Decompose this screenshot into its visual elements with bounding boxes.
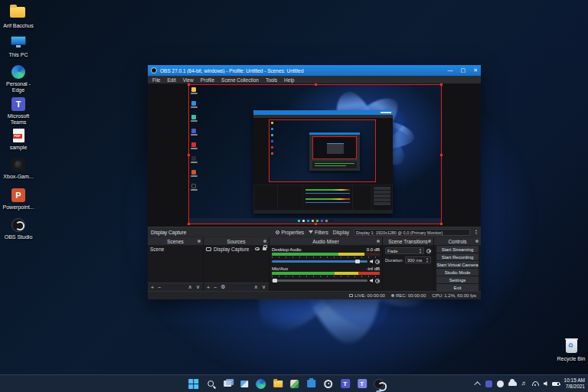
display-capture-source[interactable] [188,84,442,224]
menu-scene-collection[interactable]: Scene Collection [221,77,259,83]
taskbar-photos[interactable] [289,378,300,390]
menu-view[interactable]: View [183,77,194,83]
preview-canvas[interactable] [148,83,481,227]
source-down-button[interactable]: ∨ [262,284,266,290]
lock-icon[interactable] [263,247,266,250]
menu-tools[interactable]: Tools [266,77,277,83]
photos-icon [290,380,299,388]
pin-icon[interactable] [475,240,479,243]
minimize-button[interactable]: — [448,65,453,76]
mixer-channel-desktop-audio: Desktop Audio 0.0 dB [272,247,380,264]
wifi-icon[interactable] [532,381,539,386]
scene-list-item[interactable]: Scene [148,245,203,253]
tray-teams-icon[interactable] [485,381,492,387]
source-list-item[interactable]: Display Capture [204,245,269,253]
tray-app-icon[interactable] [497,381,504,387]
volume-meter [272,253,380,256]
speaker-icon[interactable] [370,279,373,283]
desktop-icon-this-pc[interactable]: This PC [1,34,36,58]
widgets-icon [240,381,248,387]
taskbar-obs[interactable] [373,378,384,390]
desktop-icon-pdf[interactable]: PDF sample [1,128,36,151]
taskbar-file-explorer[interactable] [272,378,283,390]
channel-settings-icon[interactable] [375,279,380,283]
mic-icon[interactable]: ♬ [521,380,528,387]
channel-db: -inf dB [367,266,380,271]
display-select[interactable]: Display 1: 1920x1280 @ 0,0 (Primary Moni… [354,229,470,236]
desktop-icon-obs[interactable]: OBS Studio [1,217,36,240]
properties-button[interactable]: Properties [276,230,304,235]
captured-preview [269,119,376,182]
volume-icon[interactable] [544,381,547,386]
transition-select[interactable]: Fade ▲▼ [385,247,424,254]
menu-profile[interactable]: Profile [201,77,214,83]
desktop-icon-teams[interactable]: T Microsoft Teams [1,96,36,126]
selected-source-name: Display Capture [151,230,186,235]
speaker-icon[interactable] [370,260,373,263]
taskbar-store[interactable] [305,378,317,390]
start-button[interactable] [188,378,199,390]
exit-button[interactable]: Exit [436,284,479,291]
pin-icon[interactable] [198,240,201,243]
display-label: Display [333,230,349,235]
add-source-button[interactable]: + [207,285,210,290]
widgets-button[interactable] [238,378,250,390]
pin-icon[interactable] [263,240,266,243]
source-up-button[interactable]: ∧ [254,284,258,290]
display-select-arrows[interactable]: ▲▼ [475,229,478,235]
task-view-button[interactable] [221,378,233,390]
start-virtual-camera-button[interactable]: Start Virtual Camera [436,261,479,268]
hidden-icons-chevron[interactable] [474,381,480,387]
pdf-icon: PDF [13,129,24,142]
recycle-bin-icon [566,340,577,353]
scene-up-button[interactable]: ∧ [188,284,192,290]
taskbar-edge[interactable] [255,378,266,390]
desktop-icon-xbox[interactable]: Xbox-Gam... [1,157,36,180]
desktop-icon-edge[interactable]: Personal - Edge [1,64,36,93]
controls-panel: Controls Start Streaming Start Recording… [434,237,481,291]
channel-settings-icon[interactable] [375,260,380,264]
taskbar-settings[interactable] [322,378,334,390]
mixer-title: Audio Mixer [312,239,338,244]
battery-icon[interactable] [552,382,560,386]
taskbar-clock[interactable]: 10:15 AM 7/8/2021 [564,377,585,390]
volume-slider[interactable] [272,260,368,263]
network-icon [349,294,353,297]
desktop-icon-powerpoint[interactable]: P Powerpoint... [1,188,36,211]
close-button[interactable]: ✕ [473,65,478,76]
live-time: LIVE: 00:00:00 [354,293,385,298]
filters-button[interactable]: Filters [309,230,328,235]
menu-file[interactable]: File [152,77,160,83]
volume-slider[interactable] [272,279,368,282]
remove-scene-button[interactable]: − [158,285,161,290]
edge-icon [11,65,25,79]
transition-settings-icon[interactable] [426,249,431,253]
visibility-icon[interactable] [255,247,260,250]
teams-icon: T [341,379,350,388]
menu-help[interactable]: Help [284,77,294,83]
menu-edit[interactable]: Edit [167,77,175,83]
powerpoint-icon: P [11,188,25,202]
taskbar-teams-chat[interactable]: T [356,378,368,390]
desktop-icon-folder[interactable]: Arif Bacchus [1,4,36,29]
obs-titlebar[interactable]: OBS 27.0.1 (64-bit, windows) - Profile: … [148,65,481,76]
settings-button[interactable]: Settings [436,276,479,283]
taskbar-teams[interactable]: T [339,378,351,390]
clock-time: 10:15 AM [564,377,585,384]
start-recording-button[interactable]: Start Recording [436,253,479,260]
windows-logo-icon [188,379,198,389]
pin-icon[interactable] [428,240,431,243]
pin-icon[interactable] [377,240,380,243]
add-scene-button[interactable]: + [151,285,154,290]
start-streaming-button[interactable]: Start Streaming [436,246,479,253]
onedrive-icon[interactable] [508,381,517,386]
maximize-button[interactable]: ▢ [461,65,466,76]
studio-mode-button[interactable]: Studio Mode [436,269,479,276]
source-properties-button[interactable]: ⚙ [220,284,225,290]
duration-spinner[interactable]: 300 ms ▲▼ [405,256,431,263]
desktop-icon-recycle-bin[interactable]: Recycle Bin [554,339,588,362]
search-button[interactable] [204,378,216,390]
scene-down-button[interactable]: ∨ [196,284,200,290]
remove-source-button[interactable]: − [214,285,217,290]
volume-meter [272,272,380,275]
